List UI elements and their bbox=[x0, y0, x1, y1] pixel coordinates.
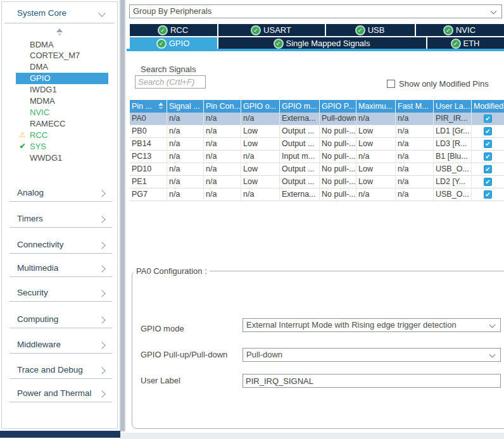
sidebar-header-system-core[interactable]: System Core bbox=[17, 8, 66, 18]
cell: n/a bbox=[204, 113, 241, 125]
table-row-pd10[interactable]: PD10n/an/aLowOutput ...No pull-...Lown/a… bbox=[130, 163, 504, 176]
panel-splitter[interactable] bbox=[119, 0, 126, 431]
cell: n/a bbox=[396, 176, 434, 189]
sidebar-category-computing[interactable]: Computing bbox=[9, 314, 112, 328]
cell: n/a bbox=[204, 151, 241, 163]
chevron-right-icon bbox=[98, 316, 105, 323]
sidebar-item-label: BDMA bbox=[30, 40, 54, 49]
cell: PB0 bbox=[130, 125, 167, 138]
sidebar-item-gpio[interactable]: GPIO bbox=[16, 73, 108, 84]
column-header-label: GPIO P... bbox=[322, 102, 355, 111]
show-only-modified-pins-filter[interactable]: Show only Modified Pins bbox=[387, 79, 504, 89]
table-row-pg7[interactable]: PG7n/an/an/aExterna...No pull-...n/an/aU… bbox=[130, 189, 504, 201]
cell: n/a bbox=[241, 151, 280, 163]
cell: Low bbox=[241, 138, 280, 151]
column-header-7[interactable]: Fast M... bbox=[396, 100, 434, 113]
cell: Low bbox=[356, 163, 396, 176]
sidebar-item-rcc[interactable]: ⚠RCC bbox=[16, 130, 108, 141]
cell: Pull-down bbox=[320, 113, 356, 125]
table-row-pb14[interactable]: PB14n/an/aLowOutput ...No pull-...Lown/a… bbox=[130, 138, 504, 151]
cell: LD2 [Y... bbox=[434, 176, 472, 189]
column-header-9[interactable]: Modified bbox=[472, 100, 504, 113]
chevron-down-icon[interactable] bbox=[98, 9, 105, 16]
cell: n/a bbox=[167, 138, 204, 151]
tab-usb[interactable]: ✓USB bbox=[326, 24, 415, 36]
modified-checkbox[interactable]: ✔ bbox=[484, 140, 492, 148]
modified-checkbox[interactable]: ✔ bbox=[484, 190, 492, 199]
column-header-label: Fast M... bbox=[398, 102, 429, 111]
green-check-icon: ✓ bbox=[159, 27, 167, 34]
sidebar-item-wwdg1[interactable]: WWDG1 bbox=[16, 152, 108, 164]
column-header-8[interactable]: User La... bbox=[434, 100, 472, 113]
green-check-icon: ✓ bbox=[252, 27, 260, 34]
tab-usart[interactable]: ✓USART bbox=[218, 24, 325, 36]
table-row-pe1[interactable]: PE1n/an/aLowOutput ...No pull-...Lown/aL… bbox=[130, 176, 504, 189]
cell: Low bbox=[241, 125, 280, 138]
user-label-input[interactable] bbox=[243, 374, 501, 388]
cell: Externa... bbox=[280, 113, 320, 125]
cell: USB_O... bbox=[434, 189, 472, 201]
sidebar-item-label: NVIC bbox=[30, 108, 49, 117]
sidebar-category-security[interactable]: Security bbox=[9, 288, 112, 302]
column-header-0[interactable]: Pin ... bbox=[130, 100, 167, 113]
check-icon: ✔ bbox=[17, 141, 28, 152]
group-by-value: Group By Peripherals bbox=[133, 6, 211, 16]
cell: n/a bbox=[167, 151, 204, 163]
tab-nvic[interactable]: ✓NVIC bbox=[416, 24, 504, 36]
modified-checkbox[interactable]: ✔ bbox=[484, 178, 492, 186]
modified-checkbox[interactable]: ✔ bbox=[484, 152, 492, 161]
column-header-4[interactable]: GPIO m... bbox=[280, 100, 320, 113]
gpio-pull-up-pull-down-value: Pull-down bbox=[246, 350, 282, 359]
sidebar-item-dma[interactable]: DMA bbox=[16, 61, 108, 73]
sidebar-category-multimedia[interactable]: Multimedia bbox=[9, 263, 112, 277]
cell: PIR_IR... bbox=[434, 113, 472, 125]
sidebar-item-sys[interactable]: ✔SYS bbox=[16, 141, 108, 152]
modified-pins-checkbox-label: Show only Modified Pins bbox=[399, 79, 489, 89]
column-header-2[interactable]: Pin Con... bbox=[204, 100, 241, 113]
modified-cell: ✔ bbox=[472, 189, 504, 201]
cell: n/a bbox=[204, 189, 241, 201]
column-header-6[interactable]: Maximu... bbox=[356, 100, 396, 113]
search-signals-input[interactable] bbox=[135, 75, 206, 89]
modified-pins-checkbox[interactable] bbox=[387, 80, 395, 88]
sidebar-item-ramecc[interactable]: RAMECC bbox=[16, 118, 108, 130]
cell: n/a bbox=[241, 113, 280, 125]
tab-rcc[interactable]: ✓RCC bbox=[130, 24, 217, 36]
sidebar-category-power-and-thermal[interactable]: Power and Thermal bbox=[9, 388, 112, 402]
column-header-1[interactable]: Signal ... bbox=[167, 100, 204, 113]
sidebar-item-iwdg1[interactable]: IWDG1 bbox=[16, 84, 108, 96]
table-row-pa0[interactable]: PA0n/an/an/aExterna...Pull-downn/an/aPIR… bbox=[130, 113, 504, 125]
footer-bar-dark bbox=[0, 431, 120, 438]
sidebar-item-bdma[interactable]: BDMA bbox=[16, 39, 108, 51]
green-check-icon: ✓ bbox=[275, 40, 282, 47]
chevron-right-icon bbox=[98, 265, 105, 272]
sidebar-category-analog[interactable]: Analog bbox=[9, 188, 112, 202]
sidebar-category-trace-and-debug[interactable]: Trace and Debug bbox=[9, 365, 112, 379]
tab-eth[interactable]: ✓ETH bbox=[427, 37, 504, 49]
table-row-pc13[interactable]: PC13n/an/an/aInput m...No pull-...n/an/a… bbox=[130, 151, 504, 163]
table-row-pb0[interactable]: PB0n/an/aLowOutput ...No pull-...Lown/aL… bbox=[130, 125, 504, 138]
gpio-mode-value: External Interrupt Mode with Rising edge… bbox=[246, 320, 457, 330]
sidebar-item-cortex_m7[interactable]: CORTEX_M7 bbox=[16, 50, 108, 61]
cell: n/a bbox=[241, 189, 280, 201]
tab-gpio[interactable]: ✓GPIO bbox=[130, 37, 217, 49]
cell: Output ... bbox=[280, 125, 320, 138]
sidebar-category-middleware[interactable]: Middleware bbox=[9, 340, 112, 354]
sidebar-category-connectivity[interactable]: Connectivity bbox=[9, 240, 112, 254]
modified-checkbox[interactable]: ✔ bbox=[484, 114, 492, 123]
modified-checkbox[interactable]: ✔ bbox=[484, 165, 492, 173]
column-header-5[interactable]: GPIO P... bbox=[320, 100, 356, 113]
sidebar-category-timers[interactable]: Timers bbox=[9, 214, 112, 228]
sidebar-item-mdma[interactable]: MDMA bbox=[16, 96, 108, 107]
scroll-up-control[interactable] bbox=[2, 28, 117, 36]
modified-checkbox[interactable]: ✔ bbox=[484, 127, 492, 135]
gpio-mode-select[interactable]: External Interrupt Mode with Rising edge… bbox=[243, 318, 501, 332]
tab-single-mapped-signals[interactable]: ✓Single Mapped Signals bbox=[218, 37, 426, 49]
group-by-select[interactable]: Group By Peripherals bbox=[129, 4, 502, 18]
tab-label: NVIC bbox=[456, 25, 476, 35]
gpio-pull-up-pull-down-select[interactable]: Pull-down bbox=[243, 348, 501, 362]
column-header-3[interactable]: GPIO o... bbox=[241, 100, 280, 113]
cell: n/a bbox=[167, 176, 204, 189]
sidebar-item-nvic[interactable]: NVIC bbox=[16, 107, 108, 118]
cell: n/a bbox=[167, 125, 204, 138]
